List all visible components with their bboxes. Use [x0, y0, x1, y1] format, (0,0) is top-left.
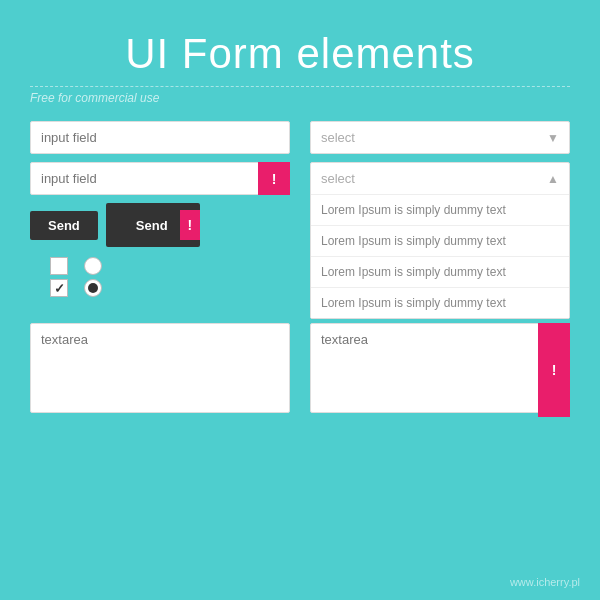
send-button-error-label: Send: [124, 211, 180, 240]
page-title: UI Form elements: [30, 30, 570, 78]
dropdown-label: select: [321, 171, 355, 186]
send-button-error[interactable]: Send !: [106, 203, 200, 247]
textarea-error-wrapper: !: [310, 323, 570, 417]
textarea-normal[interactable]: [30, 323, 290, 413]
textarea-normal-wrapper: [30, 323, 290, 417]
footer-url: www.icherry.pl: [510, 576, 580, 588]
right-column: select ▼ select ▲ Lorem Ipsum is simply …: [310, 121, 570, 319]
subtitle: Free for commercial use: [30, 91, 570, 105]
checkbox-unchecked[interactable]: [50, 257, 68, 275]
buttons-row: Send Send !: [30, 203, 290, 247]
send-button-error-badge: !: [180, 210, 201, 240]
input-error-badge[interactable]: !: [258, 162, 290, 195]
checkbox-checked[interactable]: [50, 279, 68, 297]
textarea-error-badge[interactable]: !: [538, 323, 570, 417]
radio-checked[interactable]: [84, 279, 102, 297]
send-button-normal[interactable]: Send: [30, 211, 98, 240]
dropdown-arrow-up-icon: ▲: [547, 172, 559, 186]
content-grid: ! Send Send !: [30, 121, 570, 319]
input-normal[interactable]: [30, 121, 290, 154]
textarea-error[interactable]: [310, 323, 570, 413]
select-closed-wrapper[interactable]: select ▼: [310, 121, 570, 154]
divider: [30, 86, 570, 87]
dropdown-open: select ▲ Lorem Ipsum is simply dummy tex…: [310, 162, 570, 319]
dropdown-item-2[interactable]: Lorem Ipsum is simply dummy text: [311, 225, 569, 256]
select-closed[interactable]: select: [311, 122, 569, 153]
input-error[interactable]: [30, 162, 290, 195]
textarea-section: !: [30, 323, 570, 417]
controls-checked-row: [50, 279, 290, 297]
input-error-wrapper: !: [30, 162, 290, 195]
controls-unchecked-row: [50, 257, 290, 275]
dropdown-item-1[interactable]: Lorem Ipsum is simply dummy text: [311, 194, 569, 225]
dropdown-item-4[interactable]: Lorem Ipsum is simply dummy text: [311, 287, 569, 318]
controls-row: [30, 257, 290, 297]
radio-unchecked[interactable]: [84, 257, 102, 275]
dropdown-header[interactable]: select ▲: [311, 163, 569, 194]
dropdown-item-3[interactable]: Lorem Ipsum is simply dummy text: [311, 256, 569, 287]
input-normal-wrapper: [30, 121, 290, 154]
left-column: ! Send Send !: [30, 121, 290, 319]
page: UI Form elements Free for commercial use…: [0, 0, 600, 600]
